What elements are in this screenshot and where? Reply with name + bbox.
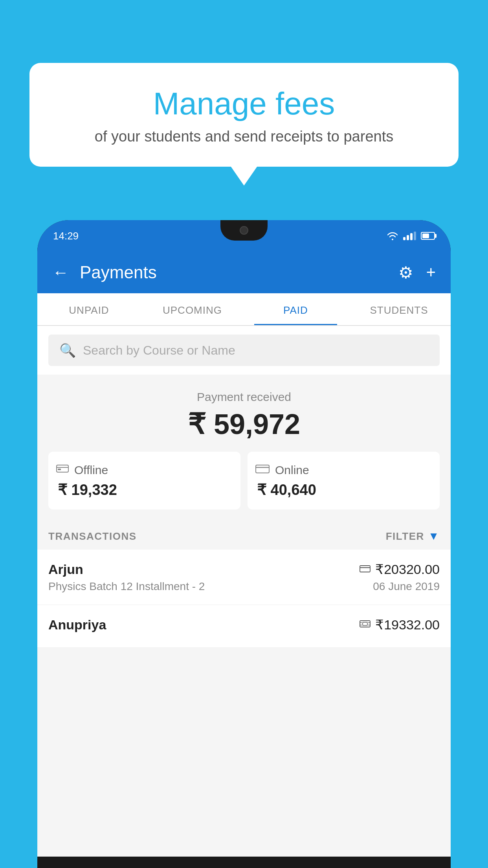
filter-button[interactable]: FILTER ▼	[386, 530, 440, 542]
online-icon	[255, 463, 270, 477]
card-pay-icon	[360, 563, 371, 576]
offline-card: Offline ₹ 19,332	[48, 452, 240, 509]
svg-rect-7	[360, 621, 370, 627]
phone-notch	[220, 220, 268, 241]
payment-total-amount: ₹ 59,972	[48, 408, 440, 441]
phone-frame: 14:29	[37, 220, 451, 868]
search-bar[interactable]: 🔍 Search by Course or Name	[48, 335, 440, 366]
speech-bubble: Manage fees of your students and send re…	[29, 63, 459, 167]
search-placeholder-text: Search by Course or Name	[83, 343, 235, 358]
search-container: 🔍 Search by Course or Name	[37, 326, 451, 375]
speech-bubble-container: Manage fees of your students and send re…	[29, 63, 459, 167]
transactions-header: TRANSACTIONS FILTER ▼	[37, 520, 451, 550]
speech-bubble-title: Manage fees	[49, 86, 439, 121]
signal-icon	[403, 232, 416, 240]
transaction-name-arjun: Arjun	[48, 562, 83, 577]
svg-rect-5	[360, 566, 370, 572]
battery-icon	[421, 232, 435, 240]
online-amount: ₹ 40,640	[255, 481, 316, 498]
transaction-bottom-arjun: Physics Batch 12 Installment - 2 06 June…	[48, 580, 440, 593]
transactions-label: TRANSACTIONS	[48, 530, 137, 542]
svg-rect-3	[256, 465, 269, 473]
transaction-desc-arjun: Physics Batch 12 Installment - 2	[48, 580, 205, 593]
header-right: ⚙ +	[398, 263, 436, 282]
speech-bubble-subtitle: of your students and send receipts to pa…	[49, 128, 439, 145]
transaction-top-anupriya: Anupriya	[48, 617, 440, 633]
offline-label: Offline	[74, 463, 108, 477]
transaction-list: Arjun ₹20320.00 Physics	[37, 550, 451, 648]
filter-icon: ▼	[428, 530, 440, 542]
payment-cards: Offline ₹ 19,332 Online	[48, 452, 440, 509]
battery-tip	[435, 234, 437, 238]
offline-amount: ₹ 19,332	[56, 481, 117, 498]
transaction-name-anupriya: Anupriya	[48, 617, 106, 633]
back-button[interactable]: ←	[52, 263, 69, 282]
transaction-amount-anupriya: ₹19332.00	[375, 617, 440, 633]
table-row[interactable]: Arjun ₹20320.00 Physics	[37, 550, 451, 605]
phone-wrapper: 14:29	[37, 220, 451, 868]
payment-received-label: Payment received	[48, 390, 440, 404]
add-button[interactable]: +	[426, 263, 436, 282]
wifi-icon	[387, 232, 398, 240]
tab-bar: UNPAID UPCOMING PAID STUDENTS	[37, 293, 451, 326]
app-header: ← Payments ⚙ +	[37, 252, 451, 293]
online-card: Online ₹ 40,640	[248, 452, 440, 509]
transaction-amount-arjun: ₹20320.00	[375, 561, 440, 577]
transaction-amount-wrap-arjun: ₹20320.00	[360, 561, 440, 577]
status-icons	[387, 232, 435, 240]
tab-unpaid[interactable]: UNPAID	[37, 293, 141, 325]
svg-rect-2	[58, 469, 61, 470]
online-card-header: Online	[255, 463, 309, 477]
payment-summary: Payment received ₹ 59,972	[37, 375, 451, 520]
camera-dot	[240, 226, 248, 235]
battery-fill	[422, 234, 429, 238]
svg-rect-8	[363, 622, 367, 625]
offline-card-header: Offline	[56, 463, 108, 477]
table-row[interactable]: Anupriya	[37, 605, 451, 648]
offline-icon	[56, 463, 69, 477]
settings-button[interactable]: ⚙	[398, 263, 413, 282]
tab-students[interactable]: STUDENTS	[347, 293, 451, 325]
tab-upcoming[interactable]: UPCOMING	[141, 293, 244, 325]
transaction-amount-wrap-anupriya: ₹19332.00	[360, 617, 440, 633]
transaction-top-arjun: Arjun ₹20320.00	[48, 561, 440, 577]
tab-paid[interactable]: PAID	[244, 293, 347, 325]
status-bar: 14:29	[37, 220, 451, 252]
header-left: ← Payments	[52, 263, 157, 282]
filter-label: FILTER	[386, 530, 424, 542]
cash-pay-icon	[360, 618, 371, 631]
content-area: 🔍 Search by Course or Name Payment recei…	[37, 326, 451, 857]
search-icon: 🔍	[59, 342, 76, 358]
online-label: Online	[275, 463, 309, 477]
status-time: 14:29	[53, 230, 79, 242]
transaction-date-arjun: 06 June 2019	[373, 580, 440, 593]
header-title: Payments	[80, 263, 157, 282]
